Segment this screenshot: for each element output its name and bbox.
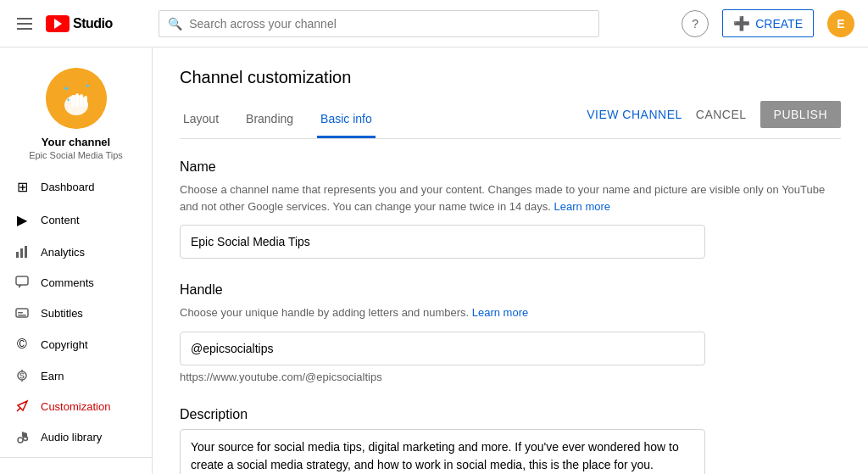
sidebar: ✦ ✦ ✦ Your channel Epic Social Media Tip… bbox=[0, 47, 153, 474]
sidebar-item-label: Dashboard bbox=[41, 181, 95, 193]
page-title: Channel customization bbox=[180, 68, 841, 87]
description-field-group: Description Your source for social media… bbox=[180, 407, 841, 475]
dashboard-icon: ⊞ bbox=[14, 179, 31, 195]
channel-name-label: Your channel bbox=[42, 136, 110, 148]
sidebar-item-settings[interactable]: ⚙ Settings bbox=[0, 463, 152, 474]
channel-subtitle-label: Epic Social Media Tips bbox=[29, 150, 123, 160]
sidebar-item-label: Content bbox=[41, 214, 80, 226]
content-area: Channel customization Layout Branding Ba… bbox=[153, 47, 868, 474]
sidebar-item-label: Analytics bbox=[41, 246, 85, 259]
help-button[interactable]: ? bbox=[682, 10, 709, 37]
svg-point-17 bbox=[24, 437, 28, 441]
subtitles-icon bbox=[14, 306, 31, 320]
sidebar-item-label: Copyright bbox=[41, 338, 88, 351]
tab-basic-info[interactable]: Basic info bbox=[317, 102, 376, 138]
sidebar-item-dashboard[interactable]: ⊞ Dashboard bbox=[0, 170, 152, 204]
svg-rect-15 bbox=[18, 315, 26, 316]
sidebar-item-audio-library[interactable]: Audio library bbox=[0, 421, 152, 452]
channel-info: ✦ ✦ ✦ Your channel Epic Social Media Tip… bbox=[0, 54, 152, 170]
avatar-svg: ✦ ✦ ✦ bbox=[46, 68, 107, 129]
customization-icon bbox=[14, 399, 31, 413]
user-avatar[interactable]: E bbox=[827, 10, 854, 37]
hamburger-menu[interactable] bbox=[14, 14, 36, 33]
sidebar-item-label: Subtitles bbox=[41, 307, 83, 320]
create-icon: ➕ bbox=[733, 15, 750, 31]
sidebar-divider bbox=[0, 457, 152, 458]
tab-layout[interactable]: Layout bbox=[180, 102, 222, 138]
handle-input[interactable] bbox=[180, 332, 705, 365]
sidebar-nav: ⊞ Dashboard ▶ Content Analytics Comments bbox=[0, 170, 152, 474]
sidebar-item-label: Customization bbox=[41, 400, 110, 413]
content-icon: ▶ bbox=[14, 212, 31, 228]
sidebar-item-subtitles[interactable]: Subtitles bbox=[0, 298, 152, 328]
sidebar-item-copyright[interactable]: © Copyright bbox=[0, 328, 152, 360]
svg-rect-10 bbox=[20, 248, 23, 258]
channel-avatar[interactable]: ✦ ✦ ✦ bbox=[46, 68, 107, 129]
analytics-icon bbox=[14, 245, 31, 259]
svg-text:✦: ✦ bbox=[66, 98, 70, 103]
sidebar-item-label: Earn bbox=[41, 370, 64, 382]
tabs-bar: Layout Branding Basic info VIEW CHANNEL … bbox=[180, 101, 841, 139]
nav-right: ? ➕ CREATE E bbox=[682, 9, 854, 37]
handle-label: Handle bbox=[180, 282, 841, 298]
svg-text:✦: ✦ bbox=[63, 84, 70, 93]
name-learn-more-link[interactable]: Learn more bbox=[554, 200, 610, 213]
sidebar-item-label: Audio library bbox=[41, 431, 102, 443]
svg-rect-11 bbox=[25, 246, 27, 258]
description-textarea[interactable]: Your source for social media tips, digit… bbox=[180, 429, 705, 475]
handle-url: https://www.youtube.com/@epicsocialtips bbox=[180, 371, 841, 383]
form-area: Name Choose a channel name that represen… bbox=[153, 139, 868, 474]
search-bar[interactable]: 🔍 bbox=[159, 10, 599, 37]
name-field-group: Name Choose a channel name that represen… bbox=[180, 159, 841, 259]
publish-button[interactable]: PUBLISH bbox=[760, 101, 841, 128]
sidebar-item-earn[interactable]: Earn bbox=[0, 360, 152, 391]
nav-left: Studio bbox=[14, 14, 113, 33]
name-description: Choose a channel name that represents yo… bbox=[180, 181, 841, 215]
handle-learn-more-link[interactable]: Learn more bbox=[472, 306, 528, 319]
main-layout: ✦ ✦ ✦ Your channel Epic Social Media Tip… bbox=[0, 47, 868, 474]
sidebar-item-content[interactable]: ▶ Content bbox=[0, 204, 152, 237]
search-icon: 🔍 bbox=[168, 17, 182, 31]
comments-icon bbox=[14, 276, 31, 289]
svg-rect-2 bbox=[71, 95, 75, 107]
tab-branding[interactable]: Branding bbox=[242, 102, 297, 138]
sidebar-item-customization[interactable]: Customization bbox=[0, 391, 152, 421]
youtube-icon bbox=[46, 15, 70, 32]
search-input[interactable] bbox=[189, 17, 590, 31]
description-label: Description bbox=[180, 407, 841, 422]
youtube-logo[interactable]: Studio bbox=[46, 15, 113, 32]
handle-field-group: Handle Choose your unique handle by addi… bbox=[180, 282, 841, 383]
svg-rect-4 bbox=[80, 94, 83, 107]
svg-rect-5 bbox=[84, 96, 87, 107]
svg-rect-12 bbox=[16, 276, 28, 285]
copyright-icon: © bbox=[14, 337, 31, 352]
svg-point-16 bbox=[18, 438, 23, 443]
view-channel-button[interactable]: VIEW CHANNEL bbox=[587, 108, 682, 121]
channel-name-input[interactable] bbox=[180, 225, 705, 259]
svg-rect-9 bbox=[16, 252, 19, 258]
cancel-button[interactable]: CANCEL bbox=[696, 108, 747, 121]
handle-description: Choose your unique handle by adding lett… bbox=[180, 304, 841, 321]
audio-library-icon bbox=[14, 430, 31, 443]
sidebar-item-analytics[interactable]: Analytics bbox=[0, 237, 152, 267]
studio-wordmark: Studio bbox=[73, 16, 113, 31]
sidebar-item-comments[interactable]: Comments bbox=[0, 267, 152, 298]
tab-actions: VIEW CHANNEL CANCEL PUBLISH bbox=[587, 101, 841, 138]
earn-icon bbox=[14, 369, 31, 382]
top-navigation: Studio 🔍 ? ➕ CREATE E bbox=[0, 0, 868, 47]
sidebar-item-label: Comments bbox=[41, 276, 94, 289]
svg-rect-14 bbox=[18, 312, 23, 314]
svg-rect-3 bbox=[75, 93, 79, 107]
svg-text:✦: ✦ bbox=[85, 82, 91, 90]
create-button[interactable]: ➕ CREATE bbox=[722, 9, 814, 37]
name-label: Name bbox=[180, 159, 841, 175]
page-header: Channel customization Layout Branding Ba… bbox=[153, 47, 868, 139]
